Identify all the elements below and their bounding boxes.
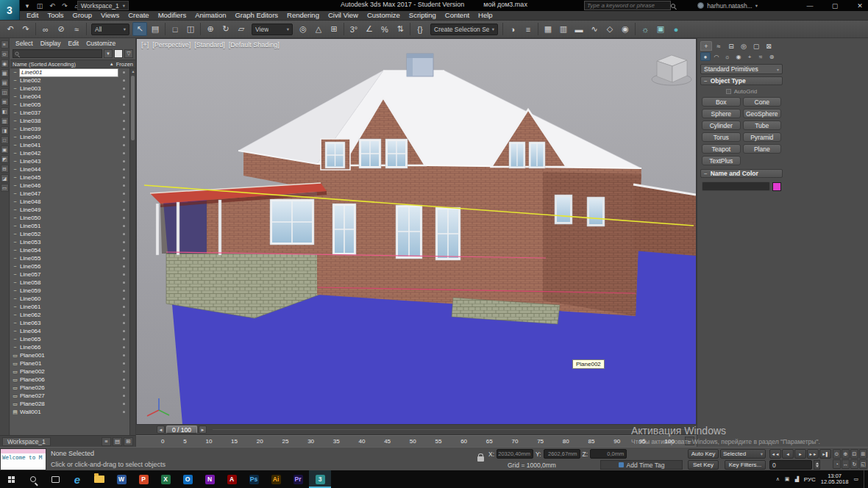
select-and-rotate-icon[interactable]: ↻ [218,22,233,36]
tray-cloud-icon[interactable]: ▣ [785,476,790,482]
z-coordinate-field[interactable]: 0,0mm [590,449,627,459]
primitive-button[interactable]: Plane [743,144,782,154]
frozen-toggle[interactable] [119,176,128,179]
frame-tick[interactable]: 90 [613,438,620,445]
schematic-view-icon[interactable]: ◇ [602,22,617,36]
frame-tick[interactable]: 25 [282,438,288,445]
display-groups-icon[interactable]: ▥ [1,117,9,125]
select-and-manipulate-icon[interactable]: △ [311,22,326,36]
maxscript-mini-listener[interactable]: Welcome to M [0,448,46,470]
display-shapes-icon[interactable]: ▦ [1,69,9,77]
select-and-link-icon[interactable]: ∞ [38,22,53,36]
display-geometry-icon[interactable]: ◉ [1,60,9,68]
category-helpers[interactable]: + [744,52,755,61]
field-of-view-icon[interactable]: ◔ [833,459,841,469]
pick-object-icon[interactable] [114,49,123,58]
go-to-start-button[interactable]: ◄◄ [769,449,781,459]
maximize-button[interactable]: ▢ [830,2,840,10]
Plane002[interactable]: ▭ Plane002 [10,367,129,376]
show-desktop-button[interactable] [864,470,867,488]
frozen-toggle[interactable] [119,411,128,413]
previous-frame-button[interactable]: ◄ [782,449,794,459]
menu-item[interactable]: Graph Editors [230,11,282,20]
frozen-toggle[interactable] [119,322,128,324]
render-setup-icon[interactable]: ☼ [638,22,652,36]
orbit-icon[interactable]: ↻ [850,459,858,469]
scroll-up-icon[interactable]: ▲ [130,68,135,75]
select-and-scale-icon[interactable]: ▱ [234,22,249,36]
Line055[interactable]: ~ Line055 [10,254,129,262]
explorer-scrollbar[interactable]: ▲ ▼ [129,68,135,447]
menu-item[interactable]: Edit [22,11,43,20]
Plane001[interactable]: ▭ Plane001 [10,351,129,359]
tray-network-icon[interactable]: ▟ [794,476,798,482]
zoom-icon[interactable]: ⊙ [833,449,841,459]
explorer-menu-item[interactable]: Customize [82,40,119,47]
autogrid-checkbox[interactable]: AutoGrid [699,87,784,96]
Line050[interactable]: ~ Line050 [10,214,129,222]
frozen-toggle[interactable] [119,104,128,106]
primitive-button[interactable]: Box [702,97,741,107]
frame-tick[interactable]: 20 [257,438,263,445]
go-to-end-button[interactable]: ►▌ [819,449,831,459]
menu-item[interactable]: Group [68,11,96,20]
onenote-icon[interactable]: N [199,470,221,488]
3ds-max-logo[interactable]: 3 [0,0,20,20]
spinner-snap-icon[interactable]: ⇅ [393,22,408,36]
Line056[interactable]: ~ Line056 [10,262,129,270]
Line038[interactable]: ~ Line038 [10,117,129,125]
notification-center-icon[interactable]: ▭ [853,476,858,482]
category-lights[interactable]: ☼ [722,52,733,61]
viewport-menu-segment[interactable]: [Default Shading] [229,41,280,49]
render-production-icon[interactable]: ● [669,22,683,36]
frozen-toggle[interactable] [119,330,128,332]
next-frame-button[interactable]: ►► [807,449,819,459]
frozen-toggle[interactable] [119,298,128,300]
frozen-toggle[interactable] [119,370,128,373]
window-crossing-icon[interactable]: ◫ [183,22,198,36]
perspective-viewport[interactable]: [+][Perspective][Standard][Default Shadi… [136,38,697,425]
word-icon[interactable]: W [110,470,132,488]
x-coordinate-field[interactable]: 20320,40mm [497,449,533,459]
zoom-extents-icon[interactable]: ⊡ [850,449,858,459]
frozen-toggle[interactable] [119,168,128,171]
viewport-menu-segment[interactable]: [+] [141,41,149,49]
frozen-toggle[interactable] [119,193,128,195]
search-icon[interactable] [22,470,44,488]
clock[interactable]: 13:07 12.05.2018 [821,473,849,486]
Line051[interactable]: ~ Line051 [10,222,129,230]
app-menu-icon[interactable]: ▾ [22,1,32,10]
add-time-tag[interactable]: Add Time Tag [600,460,683,470]
select-and-move-icon[interactable]: ⊕ [203,22,218,36]
frame-tick[interactable]: 30 [307,438,314,445]
frozen-toggle[interactable] [119,112,128,114]
menu-item[interactable]: Views [96,11,124,20]
key-filters-button[interactable]: Key Filters... [725,460,766,470]
frozen-toggle[interactable] [119,184,128,187]
frozen-toggle[interactable] [119,354,128,356]
frame-tick[interactable]: 70 [512,438,519,445]
Line037[interactable]: ~ Line037 [10,109,129,117]
Line064[interactable]: ~ Line064 [10,327,129,335]
frozen-toggle[interactable] [119,152,128,154]
Line059[interactable]: ~ Line059 [10,287,129,295]
frozen-toggle[interactable] [119,79,128,82]
frame-tick[interactable]: 80 [563,438,569,445]
frozen-toggle[interactable] [119,225,128,227]
auto-key-button[interactable]: Auto Key [688,449,719,459]
frozen-toggle[interactable] [119,71,128,73]
frame-tick[interactable]: 15 [231,438,238,445]
frozen-toggle[interactable] [119,281,128,284]
Line046[interactable]: ~ Line046 [10,182,129,190]
display-warps-icon[interactable]: ◧ [1,107,9,115]
photoshop-icon[interactable]: Ps [243,470,265,488]
frozen-toggle[interactable] [119,265,128,268]
tab-motion[interactable]: ◎ [738,41,750,51]
display-bones-icon[interactable]: □ [1,136,9,144]
tab-display[interactable]: ▢ [750,41,762,51]
help-search-input[interactable] [587,2,669,9]
rectangular-selection-region-icon[interactable]: □ [168,22,182,36]
file-explorer-icon[interactable] [88,470,110,488]
frame-tick[interactable]: 75 [537,438,544,445]
Line044[interactable]: ~ Line044 [10,165,129,173]
